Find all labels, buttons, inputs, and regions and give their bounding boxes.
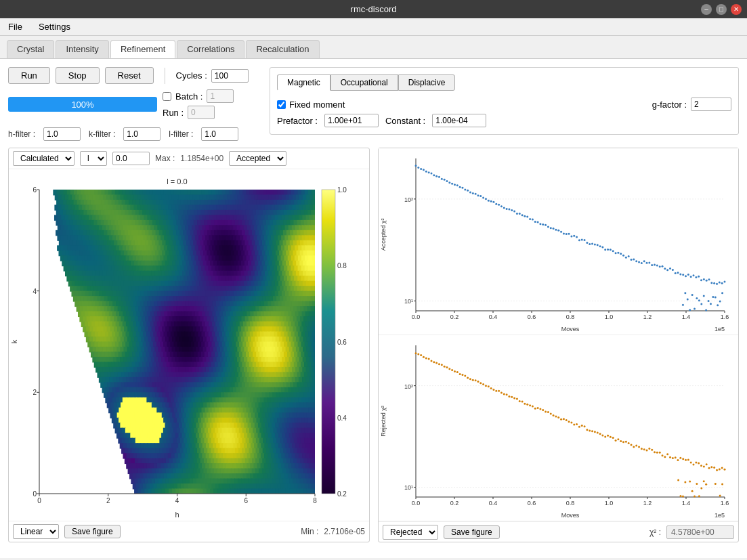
min-value: 2.7106e-05 [324,527,365,536]
menu-file[interactable]: File [5,20,25,33]
save-figure-button-left[interactable]: Save figure [64,525,121,538]
tab-occupational[interactable]: Occupational [330,74,398,91]
fixed-moment-checkbox[interactable] [277,100,286,109]
reset-button[interactable]: Reset [105,67,154,84]
divider [165,68,165,84]
left-plot-canvas [9,169,369,521]
gfactor-input[interactable] [691,98,731,111]
h-filter-label: h-filter : [8,129,35,139]
tab-crystal[interactable]: Crystal [7,40,54,58]
titlebar: rmc-discord – □ ✕ [0,0,747,18]
tab-displacive[interactable]: Displacive [398,74,456,91]
magnetic-panel: Magnetic Occupational Displacive Fixed m… [270,67,739,135]
tab-correlations[interactable]: Correlations [177,40,244,58]
progress-bar: 100% [8,97,157,112]
gfactor-label: g-factor : [652,100,687,110]
left-plot-panel: Calculated l = Max : 1.1854e+00 Accepted… [8,148,370,542]
left-plot-area [9,169,369,521]
progress-row: 100% Batch : Run : [8,89,259,119]
accepted-chart [379,148,738,335]
prefactor-label: Prefactor : [277,116,318,126]
window-title: rmc-discord [351,4,397,14]
batch-input[interactable] [207,89,234,103]
run-row: Run : [163,106,234,119]
main-content: Run Stop Reset Cycles : 100% Batch : [0,59,747,558]
tab-magnetic[interactable]: Magnetic [277,74,330,91]
maximize-button[interactable]: □ [716,4,727,15]
fixed-moment-label[interactable]: Fixed moment [277,100,345,110]
rejected-chart [379,335,738,521]
tab-refinement[interactable]: Refinement [110,40,175,58]
left-plot-toolbar: Calculated l = Max : 1.1854e+00 Accepted [9,148,369,169]
rejected-chart-canvas [379,335,738,521]
left-controls: Run Stop Reset Cycles : 100% Batch : [8,67,259,141]
max-label: Max : [155,154,175,163]
rejected-select[interactable]: Rejected [383,525,438,540]
k-filter-input[interactable] [123,127,161,141]
k-filter-label: k-filter : [89,129,115,139]
batch-run-col: Batch : Run : [163,89,234,119]
prefactor-row: Prefactor : Constant : [277,114,731,127]
progress-label: 100% [71,100,93,110]
prefactor-input[interactable] [324,114,379,127]
top-section: Run Stop Reset Cycles : 100% Batch : [8,67,739,141]
run-controls-row: Run Stop Reset Cycles : [8,67,259,84]
run-button[interactable]: Run [8,67,50,84]
accepted-select[interactable]: Accepted [229,151,286,166]
left-plot-footer: Linear Save figure Min : 2.7106e-05 [9,521,369,542]
gfactor-row: g-factor : [652,98,731,111]
batch-label: Batch : [175,91,202,102]
run-label: Run : [163,108,184,118]
filter-row: h-filter : k-filter : l-filter : [8,127,259,141]
constant-label: Constant : [385,116,425,126]
save-figure-button-right[interactable]: Save figure [444,525,500,539]
menu-settings[interactable]: Settings [36,20,73,33]
tabs-bar: Crystal Intensity Refinement Correlation… [0,36,747,59]
chi2-label: χ² : [649,527,661,537]
menubar: File Settings [0,18,747,36]
stop-button[interactable]: Stop [56,67,100,84]
cycles-input[interactable] [211,69,249,83]
right-plots-panel: Rejected Save figure χ² : [378,148,739,542]
batch-row: Batch : [163,89,234,103]
max-value: 1.1854e+00 [180,154,223,163]
tab-intensity[interactable]: Intensity [56,40,108,58]
constant-input[interactable] [432,114,486,127]
close-button[interactable]: ✕ [731,4,742,15]
h-filter-input[interactable] [43,127,81,141]
run-input[interactable] [188,106,215,119]
l-filter-input[interactable] [201,127,238,141]
batch-checkbox[interactable] [163,92,171,101]
l-filter-label: l-filter : [169,129,193,139]
l-value-input[interactable] [112,152,150,165]
min-label: Min : [301,527,318,536]
l-equals-select[interactable]: l = [80,151,107,166]
scale-select[interactable]: Linear [13,524,59,539]
cycles-row: Cycles : [176,69,249,83]
fixed-moment-row: Fixed moment g-factor : [277,98,731,111]
accepted-chart-canvas [379,148,738,335]
panel-tabs: Magnetic Occupational Displacive [277,74,731,91]
right-plot-footer: Rejected Save figure χ² : [379,521,738,542]
cycles-label: Cycles : [176,70,207,81]
plot-type-select[interactable]: Calculated [13,151,74,166]
window-controls: – □ ✕ [701,4,742,15]
bottom-section: Calculated l = Max : 1.1854e+00 Accepted… [8,148,739,542]
chi2-value [666,525,734,539]
tab-recalculation[interactable]: Recalculation [246,40,319,58]
minimize-button[interactable]: – [701,4,712,15]
